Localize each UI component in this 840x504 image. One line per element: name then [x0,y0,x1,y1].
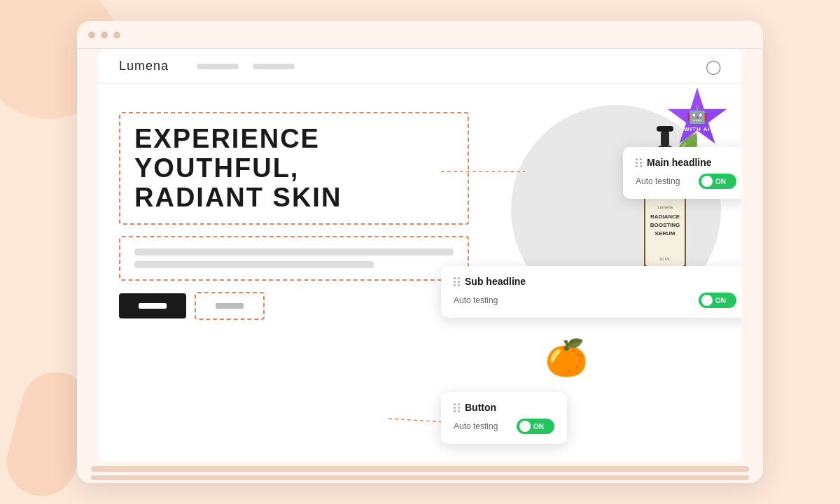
browser-dot-1 [88,31,95,38]
hero-buttons [119,292,469,320]
drag-dot [454,410,456,412]
toggle-knob-2 [701,295,713,306]
browser-dot-3 [113,31,120,38]
popup-main-headline: Main headline Auto testing ON [623,147,742,199]
drag-dot [454,281,456,283]
drag-dot [454,407,456,409]
toggle-knob [701,176,713,187]
orange-fruit: 🍊 [545,337,588,378]
hero-left: EXPERIENCE YOUTHFUL, RADIANT SKIN [119,105,469,448]
drag-dot [454,277,456,279]
nav-placeholder-1 [197,64,239,69]
drag-icon-3 [454,403,461,412]
drag-dot [640,162,642,164]
drag-dot [458,403,460,405]
toggle-label-3: ON [533,423,544,430]
drag-dot [458,284,460,286]
nav-placeholder-2 [253,64,295,69]
ai-badge-text: WITH AI [684,126,710,132]
popup-button: Button Auto testing ON [441,392,567,444]
robot-icon: 🤖 [687,105,708,125]
deco-line [91,466,749,472]
toggle-main-headline[interactable]: ON [699,174,736,189]
drag-dot [458,277,460,279]
hero-headline: EXPERIENCE YOUTHFUL, RADIANT SKIN [119,112,469,225]
popup-sub-headline: Sub headline Auto testing ON [441,266,742,318]
drag-dot [636,158,638,160]
popup-button-row: Auto testing ON [454,419,554,434]
browser-chrome [77,21,763,49]
popup-button-title: Button [454,402,554,413]
popup-button-label: Auto testing [454,421,498,431]
popup-sub-headline-label: Auto testing [454,295,498,305]
svg-text:RADIANCE: RADIANCE [650,214,680,220]
drag-dot [640,158,642,160]
svg-text:Lumena: Lumena [657,205,673,209]
toggle-button[interactable]: ON [517,419,554,434]
drag-dot [454,284,456,286]
drag-icon [636,158,643,167]
toggle-label: ON [715,178,726,186]
drag-dot [636,165,638,167]
toggle-sub-headline[interactable]: ON [699,293,736,308]
drag-dot [458,281,460,283]
popup-sub-headline-title: Sub headline [454,276,736,287]
browser-bottom-deco [77,463,763,483]
drag-dot [636,162,638,164]
drag-icon-2 [454,277,461,286]
ai-badge-wrapper: 🤖 WITH AI [666,88,728,149]
popup-main-headline-row: Auto testing ON [636,174,736,189]
text-line-1 [134,248,454,255]
primary-button[interactable] [119,293,186,318]
popup-sub-headline-row: Auto testing ON [454,293,736,308]
site-logo: Lumena [119,59,169,74]
popup-main-headline-label: Auto testing [636,176,680,186]
secondary-button-bar [216,303,244,309]
drag-dot [640,165,642,167]
deco-line [91,475,749,481]
svg-text:BOOSTING: BOOSTING [650,222,680,228]
user-icon[interactable]: ◯ [706,58,721,75]
ai-badge: 🤖 WITH AI [666,88,728,149]
popup-main-headline-title: Main headline [636,157,736,168]
drag-dot [458,407,460,409]
drag-dot [458,410,460,412]
secondary-button[interactable] [195,292,265,320]
primary-button-bar [139,303,167,309]
site-nav: Lumena ◯ [98,49,742,84]
text-line-2 [134,261,374,268]
browser-frame: Lumena ◯ EXPERIENCE YOUTHFUL, RADIANT SK… [77,21,763,483]
browser-dot-2 [101,31,108,38]
svg-text:30 ML: 30 ML [659,257,671,261]
svg-text:SERUM: SERUM [655,230,676,237]
website-content: Lumena ◯ EXPERIENCE YOUTHFUL, RADIANT SK… [98,49,742,462]
toggle-knob-3 [519,421,531,432]
hero-text-block [119,236,469,281]
toggle-label-2: ON [715,297,726,304]
drag-dot [454,403,456,405]
